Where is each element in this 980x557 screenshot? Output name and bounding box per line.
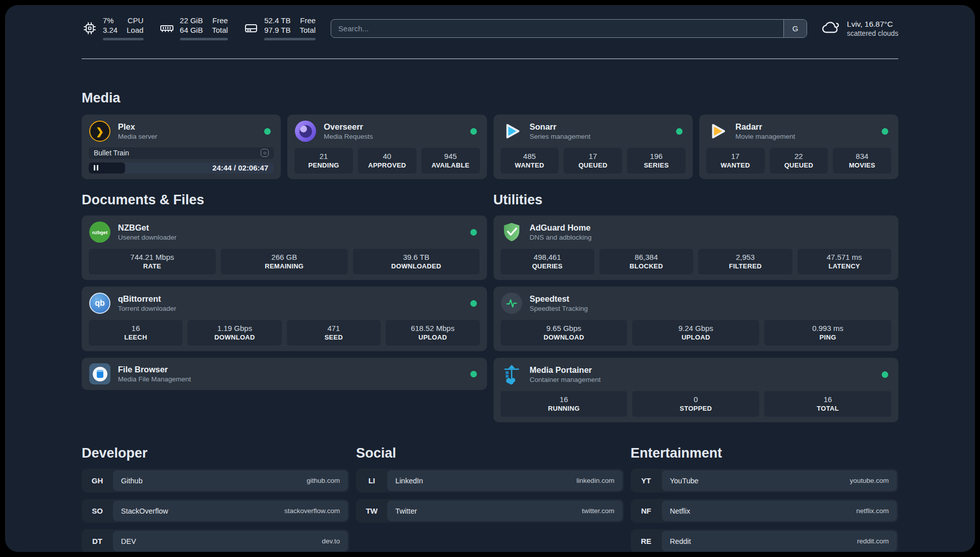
bookmark-github[interactable]: GH Githubgithub.com: [82, 469, 349, 492]
stat-upload: 618.52 MbpsUPLOAD: [386, 320, 479, 346]
app-name-plex: Plex: [118, 122, 157, 132]
stat-blocked: 86,384BLOCKED: [599, 249, 693, 274]
stat-download: 1.19 GbpsDOWNLOAD: [188, 320, 281, 346]
section-title-social: Social: [356, 445, 624, 461]
overseerr-icon: [295, 121, 316, 142]
cpu-label-1: CPU: [127, 16, 143, 25]
stat-running: 16RUNNING: [501, 391, 628, 417]
stat-total: 16TOTAL: [764, 391, 891, 417]
hardware-stats: 7% CPU 3.24 Load 22 GiB Fre: [82, 16, 316, 40]
bookmark-name: Twitter: [395, 507, 417, 515]
app-desc-adguard: DNS and adblocking: [530, 233, 592, 242]
app-name-radarr: Radarr: [736, 122, 795, 132]
bookmark-name: LinkedIn: [395, 477, 423, 485]
app-card-adguard[interactable]: AdGuard Home DNS and adblocking 498,461Q…: [494, 215, 899, 280]
stat-downloaded: 39.6 TBDOWNLOADED: [353, 249, 480, 274]
stat-wanted: 17WANTED: [706, 148, 765, 174]
qbittorrent-icon: qb: [89, 293, 110, 314]
bookmark-url: netflix.com: [856, 507, 889, 515]
cpu-progress-bar: [103, 38, 144, 40]
playback-time: 24:44 / 02:06:47: [212, 162, 268, 174]
media-row: ❯ Plex Media server Bullet Train 24:44 /…: [82, 115, 898, 179]
section-title-developer: Developer: [82, 445, 349, 461]
bookmark-stackoverflow[interactable]: SO StackOverflowstackoverflow.com: [82, 499, 349, 523]
bookmark-name: DEV: [121, 537, 136, 545]
app-card-radarr[interactable]: Radarr Movie management 17WANTED 22QUEUE…: [699, 115, 898, 179]
bookmark-twitter[interactable]: TW Twittertwitter.com: [356, 499, 624, 523]
ram-icon: [159, 20, 175, 36]
bookmark-dev[interactable]: DT DEVdev.to: [82, 529, 349, 552]
disk-total-value: 97.9 TB: [264, 26, 290, 35]
cpu-load-value: 3.24: [103, 26, 117, 35]
now-playing-bar: Bullet Train: [89, 147, 274, 159]
app-desc-plex: Media server: [118, 132, 157, 141]
app-card-qbittorrent[interactable]: qb qBittorrent Torrent downloader 16LEEC…: [82, 287, 487, 351]
stat-download: 9.65 GbpsDOWNLOAD: [501, 320, 628, 346]
bookmark-youtube[interactable]: YT YouTubeyoutube.com: [631, 469, 898, 492]
radarr-icon: [706, 120, 728, 142]
bookmark-url: dev.to: [322, 537, 340, 545]
bookmark-name: Reddit: [670, 537, 691, 545]
app-card-portainer[interactable]: Media Portainer Container management 16R…: [494, 358, 899, 422]
cpu-usage-value: 7%: [103, 16, 117, 25]
weather-widget: Lviv, 16.87°C scattered clouds: [821, 19, 898, 38]
status-dot: [264, 128, 271, 135]
disk-progress-bar: [264, 38, 316, 40]
app-card-plex[interactable]: ❯ Plex Media server Bullet Train 24:44 /…: [82, 115, 281, 179]
bookmark-netflix[interactable]: NF Netflixnetflix.com: [631, 499, 898, 523]
bookmark-url: github.com: [307, 477, 340, 484]
app-card-sonarr[interactable]: Sonarr Series management 485WANTED 17QUE…: [494, 115, 693, 179]
app-desc-radarr: Movie management: [736, 132, 795, 141]
bookmark-name: Github: [121, 477, 143, 485]
adguard-icon: [501, 221, 523, 243]
stat-wanted: 485WANTED: [501, 148, 559, 174]
search-bar: G: [331, 19, 807, 38]
bookmark-abbr: SO: [82, 499, 113, 523]
disk-label-2: Total: [299, 26, 316, 35]
app-desc-speedtest: Speedtest Tracking: [530, 304, 588, 313]
stat-available: 945AVAILABLE: [421, 148, 480, 174]
bookmark-name: StackOverflow: [121, 507, 168, 515]
app-card-filebrowser[interactable]: File Browser Media File Management: [82, 358, 487, 390]
bookmark-abbr: LI: [356, 469, 387, 492]
bookmark-abbr: YT: [631, 469, 662, 492]
search-input[interactable]: [331, 24, 783, 33]
bookmark-url: youtube.com: [850, 477, 889, 484]
stat-latency: 47.571 msLATENCY: [798, 249, 891, 274]
weather-location-temp: Lviv, 16.87°C: [847, 19, 898, 29]
search-engine-button[interactable]: G: [783, 20, 807, 37]
app-card-speedtest[interactable]: Speedtest Speedtest Tracking 9.65 GbpsDO…: [494, 287, 899, 351]
cpu-stat: 7% CPU 3.24 Load: [82, 16, 144, 40]
status-dot: [470, 128, 477, 135]
cpu-label-2: Load: [127, 26, 143, 35]
bookmark-url: linkedin.com: [577, 477, 615, 484]
app-card-overseerr[interactable]: Overseerr Media Requests 21PENDING 40APP…: [287, 115, 486, 179]
app-card-nzbget[interactable]: nzbget NZBGet Usenet downloader 744.21 M…: [82, 215, 487, 280]
ram-label-2: Total: [212, 26, 228, 35]
bookmark-linkedin[interactable]: LI LinkedInlinkedin.com: [356, 469, 624, 492]
stat-seed: 471SEED: [287, 320, 381, 346]
pause-icon[interactable]: [94, 165, 98, 171]
app-name-filebrowser: File Browser: [118, 364, 191, 375]
bookmark-reddit[interactable]: RE Redditreddit.com: [631, 529, 898, 552]
ram-stat: 22 GiB Free 64 GiB Total: [159, 16, 228, 40]
ram-total-value: 64 GiB: [180, 26, 203, 35]
app-desc-qbittorrent: Torrent downloader: [118, 304, 176, 313]
bookmark-abbr: TW: [356, 499, 387, 523]
session-icon: [261, 149, 269, 157]
speedtest-icon: [501, 293, 522, 314]
section-title-utilities: Utilities: [494, 192, 899, 207]
status-dot: [470, 300, 477, 307]
status-dot: [470, 371, 477, 377]
ram-label-1: Free: [212, 16, 228, 25]
social-bookmarks: LI LinkedInlinkedin.com TW Twittertwitte…: [356, 469, 624, 523]
now-playing-title: Bullet Train: [94, 149, 129, 157]
nzbget-icon: nzbget: [89, 221, 110, 243]
bookmark-abbr: NF: [631, 499, 662, 523]
cpu-icon: [82, 20, 98, 36]
stat-pending: 21PENDING: [294, 148, 353, 174]
sonarr-icon: [501, 120, 523, 142]
ram-free-value: 22 GiB: [180, 16, 203, 25]
disk-stat: 52.4 TB Free 97.9 TB Total: [243, 16, 316, 40]
bookmark-abbr: GH: [82, 469, 113, 492]
